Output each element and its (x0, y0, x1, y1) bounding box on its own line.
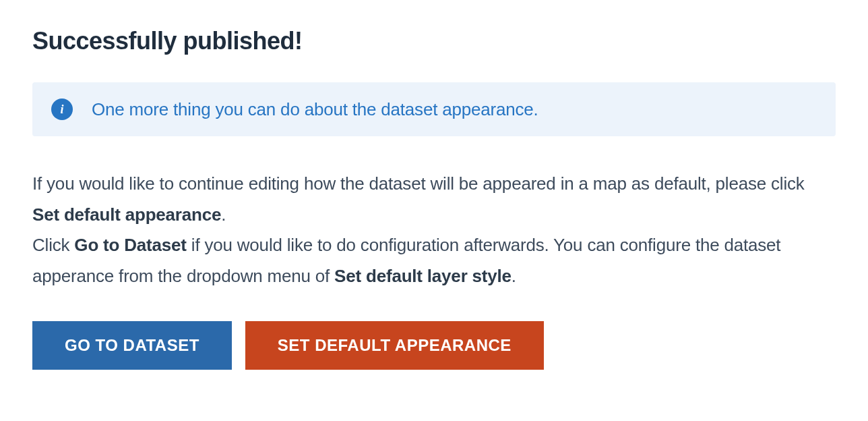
body-p2-prefix: Click (32, 235, 74, 255)
body-p2-suffix: . (512, 266, 516, 286)
body-p1-suffix: . (221, 204, 226, 225)
body-text: If you would like to continue editing ho… (32, 169, 836, 291)
info-icon: i (51, 99, 73, 120)
body-p2-bold1: Go to Dataset (74, 235, 186, 255)
info-callout: i One more thing you can do about the da… (32, 82, 836, 136)
set-default-appearance-button[interactable]: SET DEFAULT APPEARANCE (245, 321, 544, 370)
go-to-dataset-button[interactable]: GO TO DATASET (32, 321, 232, 370)
body-p1-prefix: If you would like to continue editing ho… (32, 173, 805, 194)
button-row: GO TO DATASET SET DEFAULT APPEARANCE (32, 321, 836, 370)
body-p2-bold2: Set default layer style (334, 266, 512, 286)
info-text: One more thing you can do about the data… (92, 99, 538, 120)
page-title: Successfully published! (32, 27, 836, 55)
body-p1-bold: Set default appearance (32, 204, 221, 225)
